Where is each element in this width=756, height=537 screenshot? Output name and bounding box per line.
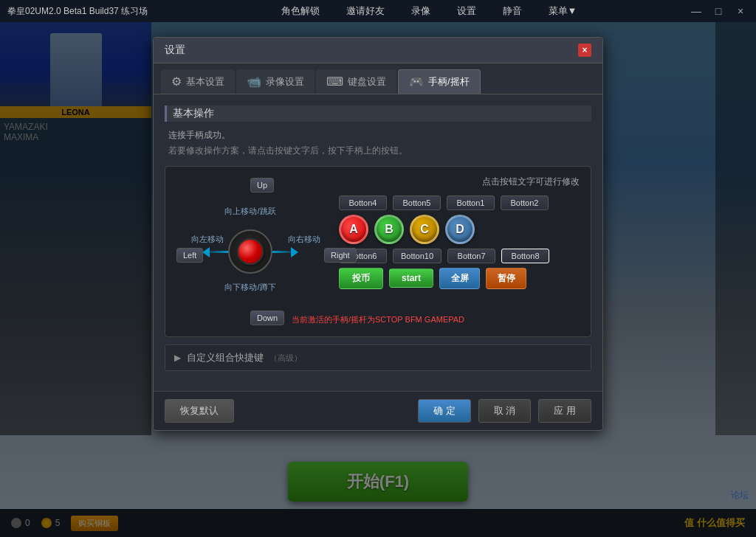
top-menu: 角色解锁 邀请好友 录像 设置 静音 菜单▼	[170, 3, 688, 19]
c-button[interactable]: C	[410, 215, 439, 244]
custom-shortcuts-section[interactable]: ▶ 自定义组合快捷键 （高级）	[165, 344, 591, 371]
tab-keyboard[interactable]: ⌨ 键盘设置	[316, 69, 396, 94]
tab-gamepad-label: 手柄/摇杆	[428, 75, 470, 89]
tab-record-label: 录像设置	[266, 75, 304, 89]
coin-button[interactable]: 投币	[339, 268, 383, 289]
expand-icon: ▶	[174, 353, 181, 363]
menu-settings[interactable]: 设置	[451, 3, 482, 19]
left-button[interactable]: Left	[176, 248, 203, 263]
start-action-button[interactable]: start	[389, 268, 433, 288]
tab-gamepad[interactable]: 🎮 手柄/摇杆	[398, 69, 481, 94]
reset-button[interactable]: 恢复默认	[165, 399, 234, 423]
dialog-titlebar: 设置 ×	[154, 38, 602, 63]
menu-mute[interactable]: 静音	[497, 3, 528, 19]
menu-unlock[interactable]: 角色解锁	[275, 3, 326, 19]
close-button[interactable]: ×	[732, 3, 749, 19]
controller-status: 当前激活的手柄/摇杆为SCTOP BFM GAMEPAD	[176, 314, 580, 325]
confirm-button[interactable]: 确 定	[418, 399, 471, 423]
connect-status: 连接手柄成功。	[165, 129, 591, 142]
botton7-button[interactable]: Botton7	[447, 249, 495, 263]
dialog-title: 设置	[165, 44, 185, 57]
down-button[interactable]: Down	[250, 311, 284, 325]
dpad-section: Up 向上移动/跳跃 Left 向左移动 Right 向右移动	[176, 178, 324, 311]
menu-record[interactable]: 录像	[405, 3, 436, 19]
button-row-3: Botton6 Botton10 Botton7 Botton8	[339, 249, 580, 263]
minimize-button[interactable]: —	[688, 3, 704, 19]
botton8-button[interactable]: Botton8	[501, 249, 549, 263]
botton10-button[interactable]: Botton10	[393, 249, 441, 263]
button-row-4: 投币 start 全屏 暂停	[339, 268, 580, 289]
tab-keyboard-label: 键盘设置	[348, 75, 386, 89]
controller-area: 点击按钮文字可进行修改 Up 向上移动/跳跃 Left 向左移动	[165, 166, 591, 337]
up-button[interactable]: Up	[250, 178, 274, 193]
joystick-base	[228, 229, 272, 274]
up-label: 向上移动/跳跃	[224, 206, 275, 217]
cancel-button[interactable]: 取 消	[478, 399, 532, 423]
pause-button[interactable]: 暂停	[486, 268, 526, 289]
tab-basic-label: 基本设置	[186, 75, 224, 89]
hint-text: 若要修改操作方案，请点击按键文字后，按下手柄上的按钮。	[165, 145, 591, 157]
dialog-close-button[interactable]: ×	[578, 44, 591, 57]
keyboard-icon: ⌨	[326, 75, 343, 89]
botton2-button[interactable]: Botton2	[501, 195, 549, 210]
custom-shortcuts-label: 自定义组合快捷键	[187, 351, 264, 364]
controller-hint: 点击按钮文字可进行修改	[482, 176, 580, 188]
botton1-button[interactable]: Botton1	[447, 195, 495, 210]
dialog-footer: 恢复默认 确 定 取 消 应 用	[154, 391, 602, 430]
arrows-h	[202, 240, 298, 263]
right-button[interactable]: Right	[324, 248, 357, 263]
dialog-overlay: 设置 × ⚙ 基本设置 📹 录像设置 ⌨ 键盘设置 🎮 手柄/摇杆	[0, 22, 756, 537]
gear-icon: ⚙	[171, 75, 182, 89]
controller-name: SCTOP BFM GAMEPAD	[375, 315, 464, 324]
down-label: 向下移动/蹲下	[224, 282, 275, 293]
status-text: 当前激活的手柄/摇杆为	[292, 315, 375, 324]
window-controls: — □ ×	[688, 3, 749, 19]
botton4-button[interactable]: Botton4	[339, 195, 387, 210]
button-row-2: A B C D	[339, 215, 580, 244]
settings-dialog: 设置 × ⚙ 基本设置 📹 录像设置 ⌨ 键盘设置 🎮 手柄/摇杆	[153, 37, 603, 431]
tab-record[interactable]: 📹 录像设置	[236, 69, 315, 94]
dialog-content: 基本操作 连接手柄成功。 若要修改操作方案，请点击按键文字后，按下手柄上的按钮。…	[154, 94, 602, 391]
button-grid: Botton4 Botton5 Botton1 Botton2 A B C D	[339, 195, 580, 294]
a-button[interactable]: A	[339, 215, 368, 244]
custom-shortcuts-badge: （高级）	[269, 353, 302, 364]
app-title: 拳皇02UM2.0 Beta1 Build37 练习场	[7, 5, 148, 18]
menu-invite[interactable]: 邀请好友	[340, 3, 391, 19]
gamepad-icon: 🎮	[409, 75, 424, 89]
d-button[interactable]: D	[445, 215, 475, 244]
maximize-button[interactable]: □	[710, 3, 726, 19]
section-title: 基本操作	[165, 105, 591, 122]
botton5-button[interactable]: Botton5	[393, 195, 441, 210]
record-icon: 📹	[247, 75, 261, 89]
dialog-tabs: ⚙ 基本设置 📹 录像设置 ⌨ 键盘设置 🎮 手柄/摇杆	[154, 63, 602, 94]
b-button[interactable]: B	[374, 215, 404, 244]
fullscreen-button[interactable]: 全屏	[439, 268, 480, 289]
tab-basic[interactable]: ⚙ 基本设置	[161, 69, 235, 94]
menu-main[interactable]: 菜单▼	[543, 3, 583, 19]
control-layout: Up 向上移动/跳跃 Left 向左移动 Right 向右移动	[176, 178, 580, 311]
joystick-ball	[237, 238, 264, 265]
top-menubar: 拳皇02UM2.0 Beta1 Build37 练习场 角色解锁 邀请好友 录像…	[0, 0, 756, 22]
button-row-1: Botton4 Botton5 Botton1 Botton2	[339, 195, 580, 210]
apply-button[interactable]: 应 用	[538, 399, 591, 423]
